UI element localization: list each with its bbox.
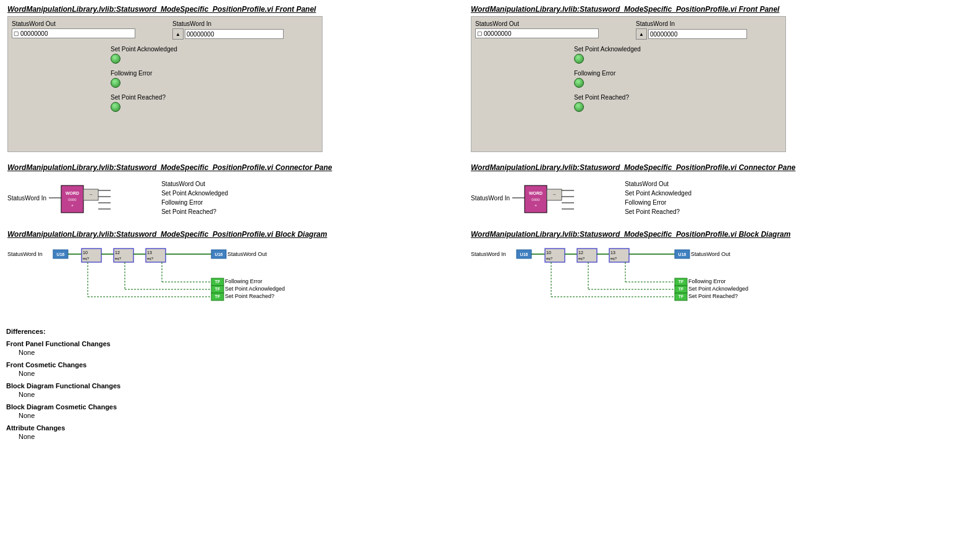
svg-text:eq?: eq?	[115, 257, 122, 260]
diff-cat-3: Block Diagram Cosmetic Changes	[6, 403, 974, 411]
fp-left-side-r: StatusWord Out ▢ 00000000	[475, 20, 599, 40]
statusword-in-label: StatusWord In	[172, 20, 284, 27]
svg-text:Set Point Acknowledged: Set Point Acknowledged	[688, 286, 748, 292]
right-connector-pane-diagram: WORD 0000 + →	[512, 179, 623, 216]
r-cp-left-label: StatusWord In	[471, 195, 510, 202]
svg-text:WORD: WORD	[65, 191, 79, 195]
svg-text:StatusWord In: StatusWord In	[7, 251, 43, 257]
svg-text:12: 12	[115, 250, 120, 255]
svg-text:Set Point Acknowledged: Set Point Acknowledged	[225, 286, 285, 292]
r-set-point-ack-indicator: Set Point Acknowledged	[574, 46, 782, 64]
svg-text:Following Error: Following Error	[688, 278, 726, 284]
statusword-out-label: StatusWord Out	[12, 20, 135, 27]
r-set-point-ack-led	[574, 54, 584, 64]
svg-text:10: 10	[83, 250, 88, 255]
r-following-error-indicator: Following Error	[574, 70, 782, 88]
left-connector-pane-title: WordManipulationLibrary.lvlib:Statusword…	[7, 163, 456, 172]
diff-val-0: None	[6, 349, 974, 356]
diff-val-2: None	[6, 391, 974, 398]
right-front-panel-title: WordManipulationLibrary.lvlib:Statusword…	[471, 5, 919, 14]
set-point-ack-led	[111, 54, 120, 64]
svg-text:12: 12	[578, 250, 583, 255]
left-front-panel-title: WordManipulationLibrary.lvlib:Statusword…	[7, 5, 456, 14]
svg-text:U16: U16	[520, 252, 528, 257]
svg-text:StatusWord In: StatusWord In	[471, 251, 506, 257]
svg-text:U16: U16	[57, 252, 65, 257]
svg-text:13: 13	[610, 250, 615, 255]
right-panel: WordManipulationLibrary.lvlib:Statusword…	[463, 0, 927, 323]
right-connector-pane-title: WordManipulationLibrary.lvlib:Statusword…	[471, 163, 919, 172]
right-connector-pane: StatusWord In WORD 0000 + → StatusWord O…	[471, 174, 786, 219]
right-front-panel: StatusWord Out ▢ 00000000 StatusWord In …	[471, 16, 786, 152]
connector-pane-diagram: WORD 0000 + →	[49, 179, 160, 216]
svg-text:0000: 0000	[69, 198, 77, 202]
r-set-point-reached-led	[574, 102, 584, 112]
left-panel: WordManipulationLibrary.lvlib:Statusword…	[0, 0, 463, 323]
svg-text:U16: U16	[215, 252, 223, 257]
right-block-diagram-title: WordManipulationLibrary.lvlib:Statusword…	[471, 230, 919, 239]
r-set-point-reached-indicator: Set Point Reached?	[574, 94, 782, 112]
svg-text:TF: TF	[215, 287, 221, 291]
r-following-error-led	[574, 78, 584, 88]
fp-right-side-r: StatusWord In ▲ 00000000	[636, 20, 747, 40]
fp-right-side: StatusWord In ▲ 00000000	[172, 20, 284, 40]
r-fp-indicators: Set Point Acknowledged Following Error S…	[574, 46, 782, 112]
diff-cat-4: Attribute Changes	[6, 424, 974, 432]
svg-text:U16: U16	[678, 252, 686, 257]
fp-indicators: Set Point Acknowledged Following Error S…	[111, 46, 318, 112]
svg-text:TF: TF	[678, 294, 684, 299]
svg-text:0000: 0000	[532, 198, 541, 202]
svg-text:TF: TF	[678, 279, 684, 284]
left-block-diagram-svg: StatusWord In U16 10 eq? 12 eq? 13	[7, 245, 428, 307]
differences-section: Differences: Front Panel Functional Chan…	[0, 323, 980, 445]
r-statusword-in-label: StatusWord In	[636, 20, 747, 27]
diff-cat-2: Block Diagram Functional Changes	[6, 382, 974, 390]
r-cp-right-labels: StatusWord Out Set Point Acknowledged Fo…	[625, 181, 691, 215]
cp-left-label: StatusWord In	[7, 195, 46, 202]
left-block-diagram-title: WordManipulationLibrary.lvlib:Statusword…	[7, 230, 456, 239]
svg-text:eq?: eq?	[147, 257, 154, 260]
svg-text:StatusWord Out: StatusWord Out	[691, 251, 730, 257]
right-block-diagram-svg: StatusWord In U16 10 eq? 12 eq? 13 eq? U…	[471, 245, 891, 307]
svg-text:→: →	[552, 192, 557, 197]
spin-control[interactable]: ▲	[172, 28, 184, 40]
diff-val-4: None	[6, 433, 974, 440]
svg-text:Following Error: Following Error	[225, 278, 263, 284]
r-spin-control[interactable]: ▲	[636, 28, 647, 40]
left-block-diagram: StatusWord In U16 10 eq? 12 eq? 13	[7, 241, 428, 310]
following-error-indicator: Following Error	[111, 70, 318, 88]
statusword-in-value: 00000000	[185, 29, 284, 39]
left-connector-pane: StatusWord In WORD 0000 + →	[7, 174, 323, 219]
cp-right-labels: StatusWord Out Set Point Acknowledged Fo…	[161, 181, 228, 215]
svg-text:Set Point Reached?: Set Point Reached?	[225, 293, 274, 299]
r-statusword-out-value: ▢ 00000000	[475, 28, 599, 38]
svg-text:eq?: eq?	[83, 257, 90, 260]
svg-text:Set Point Reached?: Set Point Reached?	[688, 293, 738, 299]
statusword-out-value: ▢ 00000000	[12, 28, 135, 38]
svg-text:10: 10	[546, 250, 551, 255]
diff-cat-1: Front Cosmetic Changes	[6, 361, 974, 368]
r-statusword-in-value: 00000000	[648, 29, 747, 39]
left-front-panel: StatusWord Out ▢ 00000000 StatusWord In …	[7, 16, 323, 152]
svg-text:+: +	[71, 203, 74, 208]
svg-text:WORD: WORD	[529, 191, 543, 195]
svg-text:+: +	[534, 203, 537, 208]
diff-val-3: None	[6, 412, 974, 419]
diff-val-1: None	[6, 370, 974, 377]
svg-text:eq?: eq?	[546, 257, 553, 260]
svg-text:TF: TF	[678, 287, 684, 291]
svg-text:13: 13	[147, 250, 152, 255]
svg-text:eq?: eq?	[578, 257, 585, 260]
svg-text:TF: TF	[215, 294, 221, 299]
set-point-reached-led	[111, 102, 120, 112]
following-error-led	[111, 78, 120, 88]
fp-left-side: StatusWord Out ▢ 00000000	[12, 20, 135, 40]
svg-text:eq?: eq?	[610, 257, 617, 260]
r-statusword-out-label: StatusWord Out	[475, 20, 599, 27]
differences-title: Differences:	[6, 328, 974, 335]
diff-cat-0: Front Panel Functional Changes	[6, 340, 974, 347]
right-block-diagram: StatusWord In U16 10 eq? 12 eq? 13 eq? U…	[471, 241, 891, 310]
svg-text:StatusWord Out: StatusWord Out	[227, 251, 267, 257]
set-point-ack-indicator: Set Point Acknowledged	[111, 46, 318, 64]
set-point-reached-indicator: Set Point Reached?	[111, 94, 318, 112]
